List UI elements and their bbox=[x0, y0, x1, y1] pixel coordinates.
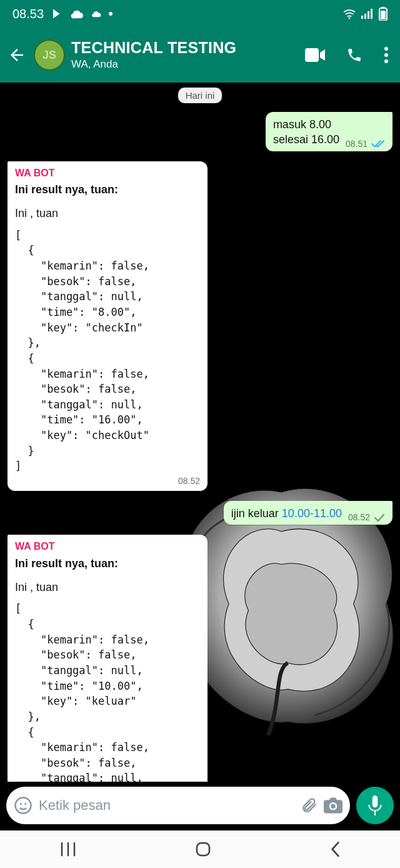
chat-area[interactable]: Hari ini masuk 8.00 selesai 16.00 08.51 bbox=[0, 83, 400, 782]
message-code: [ { "kemarin": false, "besok": false, "t… bbox=[15, 601, 200, 782]
message-text: masuk 8.00 selesai 16.00 bbox=[273, 117, 339, 148]
cloud-small-icon bbox=[91, 10, 101, 18]
svg-point-16 bbox=[24, 803, 26, 805]
emoji-icon[interactable] bbox=[14, 796, 32, 815]
message-bold: Ini result nya, tuan: bbox=[15, 182, 200, 197]
svg-rect-2 bbox=[361, 16, 363, 19]
message-time: 08.52 bbox=[178, 475, 200, 487]
home-button[interactable] bbox=[195, 841, 211, 857]
composer-pill bbox=[6, 787, 350, 824]
svg-rect-3 bbox=[364, 14, 366, 19]
composer bbox=[0, 782, 400, 830]
video-call-icon[interactable] bbox=[305, 48, 325, 62]
date-separator: Hari ini bbox=[178, 88, 222, 103]
svg-rect-4 bbox=[368, 11, 369, 19]
sender-name: WA BOT bbox=[15, 540, 200, 553]
svg-point-12 bbox=[384, 53, 388, 57]
svg-rect-9 bbox=[381, 11, 386, 19]
avatar-text: JS bbox=[42, 49, 56, 62]
play-store-icon bbox=[51, 8, 62, 19]
svg-rect-10 bbox=[305, 48, 319, 62]
message-row: masuk 8.00 selesai 16.00 08.51 bbox=[8, 112, 392, 151]
message-row: WA BOT Ini result nya, tuan: Ini , tuan … bbox=[8, 161, 392, 491]
back-button[interactable] bbox=[6, 36, 28, 74]
message-text: ijin keluar 10.00-11.00 bbox=[231, 506, 342, 521]
message-bubble-out[interactable]: ijin keluar 10.00-11.00 08.52 bbox=[224, 501, 392, 525]
sender-name: WA BOT bbox=[15, 166, 200, 180]
wifi-icon bbox=[342, 8, 356, 19]
attachment-icon[interactable] bbox=[300, 797, 318, 814]
cloud-icon bbox=[70, 9, 84, 19]
link-span[interactable]: 10.00-11.00 bbox=[282, 507, 342, 520]
chat-subtitle: WA, Anda bbox=[71, 59, 299, 71]
svg-point-15 bbox=[20, 803, 22, 805]
sent-tick-icon bbox=[374, 513, 385, 522]
message-time: 08.51 bbox=[346, 138, 368, 150]
message-row: ijin keluar 10.00-11.00 08.52 bbox=[8, 501, 392, 525]
mic-button[interactable] bbox=[356, 787, 394, 824]
message-bold: Ini result nya, tuan: bbox=[15, 556, 200, 571]
svg-point-13 bbox=[384, 59, 388, 63]
messages-scroll[interactable]: Hari ini masuk 8.00 selesai 16.00 08.51 bbox=[0, 83, 400, 782]
message-row: WA BOT Ini result nya, tuan: Ini , tuan … bbox=[8, 535, 392, 782]
message-code: [ { "kemarin": false, "besok": false, "t… bbox=[15, 228, 200, 474]
recents-button[interactable] bbox=[59, 842, 77, 857]
app-bar: JS TECHNICAL TESTING WA, Anda bbox=[0, 28, 400, 83]
message-time: 08.52 bbox=[348, 512, 370, 523]
svg-rect-6 bbox=[371, 9, 372, 19]
svg-rect-20 bbox=[197, 843, 209, 855]
back-nav-button[interactable] bbox=[329, 841, 341, 857]
message-bubble-in[interactable]: WA BOT Ini result nya, tuan: Ini , tuan … bbox=[8, 161, 208, 491]
chat-title: TECHNICAL TESTING bbox=[71, 39, 299, 57]
clock-text: 08.53 bbox=[12, 7, 44, 21]
dot-icon bbox=[109, 12, 112, 16]
chat-titles[interactable]: TECHNICAL TESTING WA, Anda bbox=[71, 39, 299, 71]
svg-point-1 bbox=[349, 18, 351, 19]
message-input[interactable] bbox=[39, 797, 294, 814]
message-text: Ini , tuan bbox=[15, 206, 200, 221]
svg-point-14 bbox=[16, 798, 31, 814]
signal-icon bbox=[361, 9, 374, 19]
more-menu-icon[interactable] bbox=[384, 47, 389, 63]
svg-point-0 bbox=[109, 12, 112, 16]
status-bar: 08.53 bbox=[0, 0, 400, 28]
message-bubble-out[interactable]: masuk 8.00 selesai 16.00 08.51 bbox=[266, 112, 392, 151]
system-nav-bar bbox=[0, 830, 400, 868]
chat-avatar[interactable]: JS bbox=[34, 39, 65, 71]
voice-call-icon[interactable] bbox=[346, 47, 362, 63]
read-ticks-icon bbox=[371, 139, 385, 148]
message-bubble-in[interactable]: WA BOT Ini result nya, tuan: Ini , tuan … bbox=[8, 535, 208, 782]
camera-icon[interactable] bbox=[324, 797, 342, 814]
battery-icon bbox=[379, 7, 388, 21]
message-text: Ini , tuan bbox=[15, 580, 200, 595]
svg-point-11 bbox=[384, 47, 388, 51]
